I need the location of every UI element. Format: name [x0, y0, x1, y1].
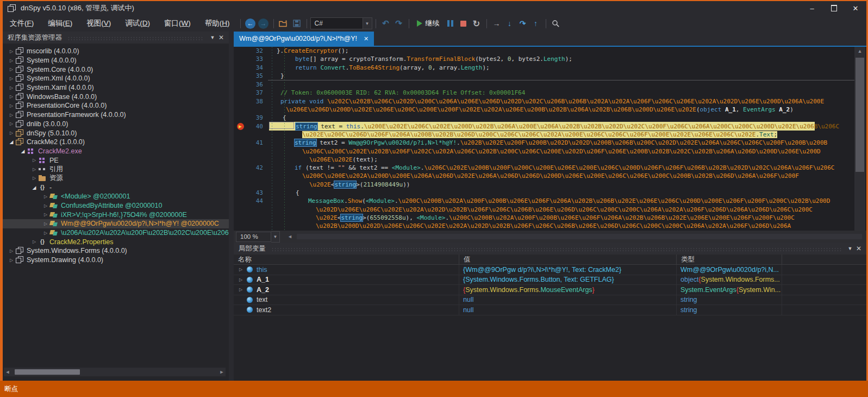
column-header-value[interactable]: 值 [459, 255, 677, 264]
scroll-left-icon[interactable]: ◄ [288, 234, 292, 239]
language-select-arrow[interactable]: ▼ [363, 17, 372, 29]
redo-button[interactable]: ↷ [392, 17, 405, 30]
tree-item[interactable]: ▷<Module> @02000001 [3, 192, 229, 201]
open-file-button[interactable] [277, 17, 290, 30]
row-expander-icon[interactable]: ▷ [239, 277, 247, 282]
tree-expander-icon[interactable]: ▷ [8, 76, 15, 81]
code-text[interactable]: byte[] array = cryptoTransform.Transform… [268, 55, 854, 63]
close-button[interactable]: ✕ [845, 2, 866, 15]
zoom-dropdown-arrow[interactable]: ▼ [271, 231, 280, 243]
column-header-type[interactable]: 类型 [677, 255, 782, 264]
step-into-button[interactable]: ↓ [503, 17, 516, 30]
navigate-back-button[interactable]: ← [244, 17, 257, 30]
tree-item[interactable]: ▷ConfusedByAttribute @02000010 [3, 201, 229, 210]
tree-expander-icon[interactable]: ▷ [30, 176, 38, 181]
tree-item[interactable]: ▷PresentationFramework (4.0.0.0) [3, 110, 229, 120]
tree-expander-icon[interactable]: ▷ [42, 221, 49, 226]
explorer-horizontal-scrollbar[interactable]: ◄ ► [4, 368, 226, 376]
tree-item[interactable]: ▷System.Xml (4.0.0.0) [3, 74, 229, 83]
tree-item[interactable]: ◢CrackMe2 (1.0.0.0) [3, 138, 229, 147]
tree-item[interactable]: ▷引用 [3, 165, 229, 174]
tree-expander-icon[interactable]: ▷ [30, 158, 38, 163]
zoom-level-select[interactable]: 100 % [236, 232, 271, 242]
tree-expander-icon[interactable]: ◢ [8, 139, 15, 145]
column-header-name[interactable]: 名称 [234, 255, 459, 264]
tree-expander-icon[interactable]: ▷ [8, 94, 15, 99]
tree-item[interactable]: ▷dnlib (3.0.0.0) [3, 120, 229, 129]
code-text[interactable]: \u206C\u200C\u202E\u202B\u206F\u202C\u20… [268, 147, 854, 156]
tab-close-icon[interactable]: ✕ [364, 35, 369, 42]
locals-type-cell[interactable]: string [677, 305, 782, 315]
code-text[interactable]: \u202E<string>(655092558u), <Module>.\u2… [268, 214, 854, 222]
code-text[interactable]: { [268, 114, 854, 122]
tree-item[interactable]: ▷mscorlib (4.0.0.0) [3, 47, 229, 56]
tree-item[interactable]: ▷System (4.0.0.0) [3, 56, 229, 65]
tree-item[interactable]: ▷Wm@@9OrPgw\u0020d/p?i,N>l*h@Y! @0200000… [3, 219, 229, 228]
code-text[interactable]: \u206E\u206D\u200D\u202E\u206E\u200C\u20… [268, 106, 854, 114]
tree-item[interactable]: ▷\u206A\u202A\u202A\u200F\u202B\u202C\u2… [3, 228, 229, 238]
tree-item[interactable]: ▷{}CrackMe2.Properties [3, 237, 229, 246]
locals-name-cell[interactable]: ▷this [234, 265, 459, 275]
code-text[interactable]: return Convert.ToBase64String(array, 0, … [268, 64, 854, 72]
tree-expander-icon[interactable]: ▷ [42, 231, 49, 235]
code-text[interactable]: \u202E<string>(2114908449u)) [268, 181, 854, 189]
code-text[interactable]: string text2 = Wm@@9OrPgw\u0020d/p?i,N>l… [268, 139, 854, 147]
glyph-margin[interactable] [234, 123, 247, 130]
menu-item[interactable]: 编辑(E) [41, 16, 79, 30]
locals-type-cell[interactable]: Wm@@9OrPgw\u0020d/p?i,N... [677, 265, 782, 275]
tree-item[interactable]: ▷System.Drawing (4.0.0.0) [3, 256, 229, 265]
tree-item[interactable]: ◢{}- [3, 183, 229, 192]
tree-expander-icon[interactable]: ▷ [8, 67, 15, 72]
search-button[interactable] [549, 17, 563, 30]
locals-header[interactable]: 局部变量 ▼ ✕ [234, 243, 866, 255]
code-text[interactable]: MessageBox.Show(<Module>.\u200C\u200B\u2… [268, 197, 854, 205]
locals-value-cell[interactable]: {System.Windows.Forms.Button, Text: GETF… [459, 275, 677, 285]
locals-row[interactable]: ▷this{Wm@@9OrPgw d/p?i\,N>l\*h@Y!, Text:… [234, 265, 866, 275]
code-text[interactable]: }.CreateEncryptor(); [268, 47, 854, 55]
menu-item[interactable]: 视图(V) [79, 16, 118, 30]
locals-row[interactable]: ▷A_2{System.Windows.Forms.MouseEventArgs… [234, 285, 866, 295]
assembly-explorer-header[interactable]: 程序集资源管理器 ▼ ✕ [3, 32, 229, 44]
locals-type-cell[interactable]: object {System.Windows.Forms... [677, 275, 782, 285]
tree-item[interactable]: ▷WindowsBase (4.0.0.0) [3, 92, 229, 101]
continue-button[interactable]: 继续 [413, 18, 444, 28]
tree-expander-icon[interactable]: ▷ [8, 58, 15, 63]
assembly-tree[interactable]: ▷mscorlib (4.0.0.0)▷System (4.0.0.0)▷Sys… [3, 47, 229, 364]
restart-button[interactable]: ↻ [470, 17, 483, 30]
breakpoint-current-statement-icon[interactable] [237, 123, 244, 130]
code-text[interactable]: if (text != "" && text2 == <Module>.\u20… [268, 164, 854, 172]
scroll-left-icon[interactable]: ◄ [4, 369, 11, 375]
locals-value-cell[interactable]: null [459, 305, 677, 315]
tree-expander-icon[interactable]: ▷ [30, 167, 38, 172]
menu-item[interactable]: 文件(F) [3, 16, 41, 30]
show-next-statement-button[interactable]: → [490, 17, 503, 30]
tab-decompiled-type[interactable]: Wm@@9OrPgw\u0020d/p?i,N>l*h@Y! ✕ [234, 32, 374, 46]
tree-expander-icon[interactable]: ▷ [8, 131, 15, 135]
tree-expander-icon[interactable]: ◢ [30, 185, 38, 190]
code-text[interactable]: \u206E\u202E(text); [268, 156, 854, 164]
tree-expander-icon[interactable]: ◢ [19, 148, 27, 154]
panel-close-button[interactable]: ✕ [217, 34, 226, 41]
tree-expander-icon[interactable]: ▷ [42, 194, 49, 199]
tree-item[interactable]: ▷PE [3, 156, 229, 165]
locals-row[interactable]: textnullstring [234, 295, 866, 306]
row-expander-icon[interactable]: ▷ [239, 267, 247, 272]
panel-close-button[interactable]: ✕ [854, 245, 863, 252]
locals-value-cell[interactable]: {System.Windows.Forms.MouseEventArgs} [459, 285, 677, 295]
locals-type-cell[interactable]: System.EventArgs {System.Win... [677, 285, 782, 295]
scrollbar-thumb[interactable] [855, 58, 864, 172]
tree-item[interactable]: ▷System.Core (4.0.0.0) [3, 65, 229, 74]
save-button[interactable] [290, 17, 303, 30]
menu-item[interactable]: 调试(D) [118, 16, 157, 30]
step-out-button[interactable]: ↑ [529, 17, 542, 30]
code-text[interactable]: \u202D\u206E\u206C\u202E\u202A\u202D\u20… [268, 206, 854, 214]
code-text[interactable]: { [268, 189, 854, 197]
row-expander-icon[interactable]: ▷ [239, 287, 247, 292]
tree-expander-icon[interactable]: ▷ [8, 103, 15, 108]
title-bar[interactable]: dnSpy v5.0.10 (x86, 管理员, 调试中) – ✕ [3, 1, 866, 15]
maximize-button[interactable] [823, 2, 845, 15]
menu-item[interactable]: 帮助(H) [198, 16, 237, 30]
locals-value-cell[interactable]: {Wm@@9OrPgw d/p?i\,N>l\*h@Y!, Text: Crac… [459, 265, 677, 275]
locals-name-cell[interactable]: ▷A_1 [234, 275, 459, 285]
tree-expander-icon[interactable]: ▷ [8, 85, 15, 90]
